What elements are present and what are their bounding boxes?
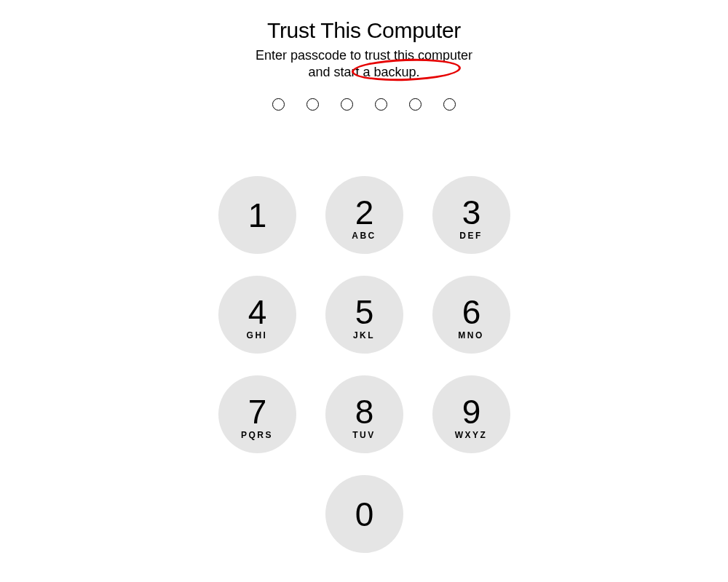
key-number: 1	[248, 199, 266, 232]
keypad-button-2[interactable]: 2 ABC	[325, 176, 403, 254]
keypad-button-1[interactable]: 1	[218, 176, 296, 254]
keypad-button-4[interactable]: 4 GHI	[218, 276, 296, 354]
key-number: 7	[248, 395, 266, 428]
subtitle-line-1: Enter passcode to trust this computer	[256, 48, 472, 63]
passcode-dot	[409, 98, 422, 111]
key-letters: PQRS	[241, 430, 273, 440]
key-letters: TUV	[352, 430, 376, 440]
key-number: 5	[355, 295, 373, 329]
keypad-button-9[interactable]: 9 WXYZ	[432, 375, 510, 453]
numeric-keypad: 1 2 ABC 3 DEF 4 GHI 5 JKL 6 MNO 7 PQRS 8…	[218, 176, 510, 553]
key-letters: JKL	[353, 330, 375, 340]
subtitle-container: Enter passcode to trust this computer an…	[256, 47, 472, 80]
key-number: 0	[355, 498, 373, 531]
keypad-button-0[interactable]: 0	[325, 475, 403, 553]
keypad-button-5[interactable]: 5 JKL	[325, 276, 403, 354]
subtitle: Enter passcode to trust this computer an…	[256, 47, 472, 80]
passcode-dot	[375, 98, 387, 111]
passcode-dot	[341, 98, 353, 111]
passcode-dot	[306, 98, 319, 111]
key-letters: WXYZ	[455, 430, 488, 440]
key-letters: ABC	[352, 231, 376, 241]
passcode-dot	[443, 98, 456, 111]
keypad-button-3[interactable]: 3 DEF	[432, 176, 510, 254]
key-letters: GHI	[247, 330, 268, 340]
key-number: 8	[355, 395, 373, 428]
keypad-button-6[interactable]: 6 MNO	[432, 276, 510, 354]
page-title: Trust This Computer	[267, 18, 461, 43]
key-letters: DEF	[459, 231, 483, 241]
subtitle-line-2: and start a backup.	[308, 65, 419, 79]
key-number: 2	[355, 196, 373, 229]
passcode-dot	[272, 98, 285, 111]
key-number: 9	[462, 395, 480, 428]
keypad-button-8[interactable]: 8 TUV	[325, 375, 403, 453]
key-number: 3	[462, 196, 480, 229]
key-letters: MNO	[458, 330, 484, 340]
key-number: 4	[248, 295, 266, 329]
keypad-button-7[interactable]: 7 PQRS	[218, 375, 296, 453]
passcode-dots	[272, 98, 456, 111]
key-number: 6	[462, 295, 480, 329]
